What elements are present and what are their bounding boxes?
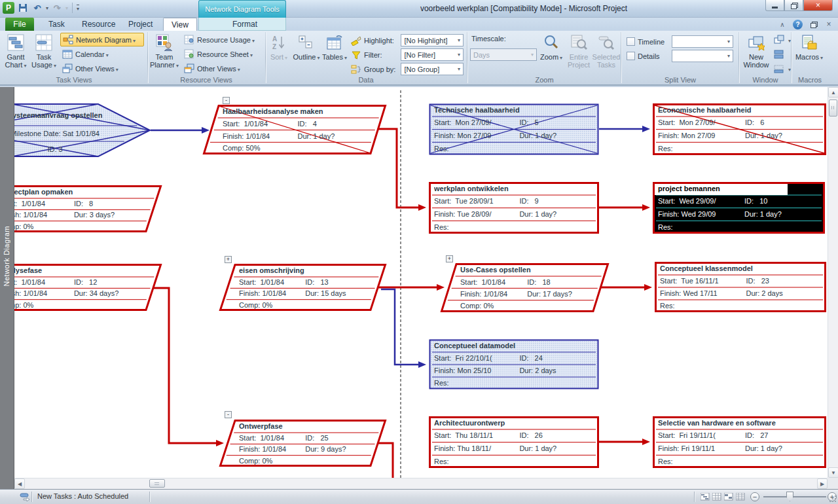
- outline-button[interactable]: Outline: [292, 31, 321, 73]
- arrange-all-button[interactable]: [772, 47, 786, 61]
- new-tasks-icon: [20, 493, 31, 503]
- task-title: Projectplan opmaken: [14, 188, 139, 196]
- highlight-field: Highlight: [No Highlight]▾: [351, 33, 464, 47]
- zoom-slider-thumb[interactable]: [786, 492, 793, 501]
- diagram-canvas[interactable]: Systeemaanvraag opstellenMilestone Date:…: [14, 87, 828, 478]
- view-rail[interactable]: Network Diagram: [0, 87, 14, 489]
- task-box-haalbaarheidsanalyse-maken[interactable]: Haalbaarheidsanalyse makenStart: 1/01/84…: [203, 105, 386, 154]
- highlight-select[interactable]: [No Highlight]▾: [401, 34, 464, 46]
- zoom-button[interactable]: Zoom: [539, 31, 563, 73]
- undo-button[interactable]: ↶: [31, 2, 43, 14]
- new-window-button[interactable]: New Window: [740, 31, 772, 73]
- group-by-select[interactable]: [No Group]▾: [401, 63, 464, 75]
- ribbon-group-zoom: Timescale: Days▾ Zoom Entire Project: [469, 31, 620, 84]
- details-select[interactable]: ▾: [672, 50, 733, 62]
- collapse-subtasks-icon[interactable]: -: [225, 411, 232, 418]
- resource-usage-button[interactable]: Resource Usage: [182, 33, 262, 46]
- task-field-row: Start: Thu 18/11/1ID: 26: [434, 431, 595, 444]
- scroll-down-icon[interactable]: ▼: [828, 467, 838, 478]
- close-button[interactable]: ×: [803, 0, 833, 11]
- selected-tasks-label: Selected Tasks: [592, 53, 621, 69]
- minimize-button[interactable]: [765, 0, 784, 11]
- tab-view[interactable]: View: [163, 18, 197, 31]
- task-box-technische-haalbaarheid[interactable]: Technische haalbaarheidStart: Mon 27/09/…: [429, 103, 599, 155]
- timescale-select: Days▾: [470, 48, 537, 61]
- task-box-project-bemannen[interactable]: project bemannenStart: Wed 29/09/ID: 10F…: [653, 182, 825, 234]
- tables-button[interactable]: Tables: [321, 31, 348, 73]
- task-field-row: Start: 1/01/84ID: 12: [14, 278, 139, 289]
- task-box-werkplan-ontwikkelen[interactable]: werkplan ontwikkelenStart: Tue 28/09/1ID…: [429, 182, 599, 234]
- horizontal-scrollbar[interactable]: ◀ ▶: [14, 478, 828, 489]
- switch-windows-button[interactable]: [772, 33, 793, 46]
- new-window-icon: [748, 33, 765, 52]
- macros-button[interactable]: Macros: [794, 31, 824, 73]
- tab-resource[interactable]: Resource: [74, 18, 123, 31]
- task-box-use-cases-opstellen[interactable]: Use-Cases opstellenStart: 1/01/84ID: 18F…: [441, 263, 609, 312]
- task-box-selectie-van-hardware-en-software[interactable]: Selectie van hardware en softwareStart: …: [653, 416, 826, 468]
- customize-qat-button[interactable]: ▾: [77, 5, 79, 12]
- timeline-label: Timeline: [638, 38, 669, 46]
- task-box-architectuurontwerp[interactable]: ArchitectuurontwerpStart: Thu 18/11/1ID:…: [429, 416, 599, 468]
- view-shortcut-team-planner[interactable]: [723, 492, 734, 502]
- expand-subtasks-icon[interactable]: +: [446, 255, 453, 262]
- vertical-scroll-thumb[interactable]: [829, 99, 837, 117]
- horizontal-scroll-thumb[interactable]: [149, 479, 165, 488]
- network-diagram-button[interactable]: Network Diagram: [60, 33, 144, 46]
- chevron-down-icon: ▾: [727, 53, 730, 59]
- tab-format[interactable]: Format: [225, 18, 265, 31]
- restore-document-icon[interactable]: [808, 19, 818, 29]
- collapse-subtasks-icon[interactable]: -: [223, 97, 230, 104]
- other-views-button-resource[interactable]: Other Views: [182, 62, 262, 75]
- collapse-ribbon-icon[interactable]: ∧: [777, 19, 788, 29]
- scrollbar-corner: [828, 478, 838, 489]
- timeline-select[interactable]: ▾: [672, 35, 733, 48]
- calendar-button[interactable]: Calendar: [60, 47, 144, 61]
- redo-button[interactable]: ↷: [51, 2, 63, 14]
- gantt-chart-button[interactable]: Gantt Chart: [3, 31, 29, 73]
- task-box-projectplan-opmaken[interactable]: Projectplan opmakenStart: 1/01/84ID: 8Fi…: [14, 185, 162, 232]
- task-title: werkplan ontwikkelen: [434, 185, 595, 192]
- sort-label: Sort: [270, 53, 287, 62]
- task-box-conceptueel-datamodel[interactable]: Conceptueel datamodelStart: Fri 22/10/1(…: [429, 339, 599, 389]
- restore-button[interactable]: [784, 0, 803, 11]
- scroll-left-icon[interactable]: ◀: [14, 478, 25, 489]
- hide-window-button[interactable]: [772, 62, 793, 75]
- zoom-slider-track[interactable]: [763, 496, 826, 497]
- view-shortcut-task-usage[interactable]: [711, 492, 722, 502]
- task-box-conceptueel-klassenmodel[interactable]: Conceptueel klassenmodelStart: Tue 16/11…: [655, 262, 826, 312]
- chevron-down-icon: ▾: [458, 52, 460, 58]
- resize-grip[interactable]: [829, 495, 837, 503]
- resource-sheet-button[interactable]: Resource Sheet: [182, 47, 262, 61]
- task-box-economische-haalbaarheid[interactable]: Economische haalbaarheidStart: Mon 27/09…: [653, 103, 826, 155]
- project-logo-icon[interactable]: P: [3, 2, 14, 14]
- other-views-button-task[interactable]: Other Views: [60, 62, 144, 75]
- scroll-right-icon[interactable]: ▶: [817, 478, 828, 489]
- task-box-eisen-omschrijving[interactable]: eisen omschrijvingStart: 1/01/84ID: 13Fi…: [219, 264, 386, 311]
- highlight-icon: [351, 35, 361, 46]
- scroll-up-icon[interactable]: ▲: [828, 87, 838, 98]
- group-label-macros: Macros: [793, 76, 827, 84]
- new-tasks-status[interactable]: New Tasks : Auto Scheduled: [37, 492, 128, 500]
- view-shortcut-gantt[interactable]: [699, 492, 710, 502]
- tab-task[interactable]: Task: [41, 18, 73, 31]
- close-document-icon[interactable]: ×: [824, 19, 834, 29]
- view-shortcut-resource-sheet[interactable]: [735, 492, 746, 502]
- task-box-analysefase[interactable]: AnalysefaseStart: 1/01/84ID: 12Finish: 1…: [14, 264, 162, 311]
- expand-subtasks-icon[interactable]: +: [225, 256, 232, 263]
- undo-caret-icon[interactable]: ▾: [46, 5, 48, 11]
- task-box-ontwerpfase[interactable]: OntwerpfaseStart: 1/01/84ID: 25Finish: 1…: [219, 420, 386, 467]
- task-box-systeemaanvraag-opstellen[interactable]: Systeemaanvraag opstellenMilestone Date:…: [14, 103, 151, 157]
- resource-usage-icon: [184, 35, 194, 45]
- save-button[interactable]: [17, 2, 29, 14]
- details-checkbox[interactable]: [627, 52, 635, 60]
- zoom-out-button[interactable]: −: [750, 492, 759, 501]
- team-planner-button[interactable]: Team Planner: [149, 31, 179, 73]
- task-usage-button[interactable]: Task Usage: [31, 31, 57, 73]
- tab-file[interactable]: File: [5, 18, 34, 31]
- vertical-scrollbar[interactable]: ▲ ▼: [828, 87, 838, 478]
- filter-select[interactable]: [No Filter]▾: [401, 48, 464, 61]
- tab-project[interactable]: Project: [120, 18, 160, 31]
- other-views-icon: [184, 63, 194, 74]
- help-icon[interactable]: ?: [793, 20, 803, 29]
- timeline-checkbox[interactable]: [627, 37, 635, 46]
